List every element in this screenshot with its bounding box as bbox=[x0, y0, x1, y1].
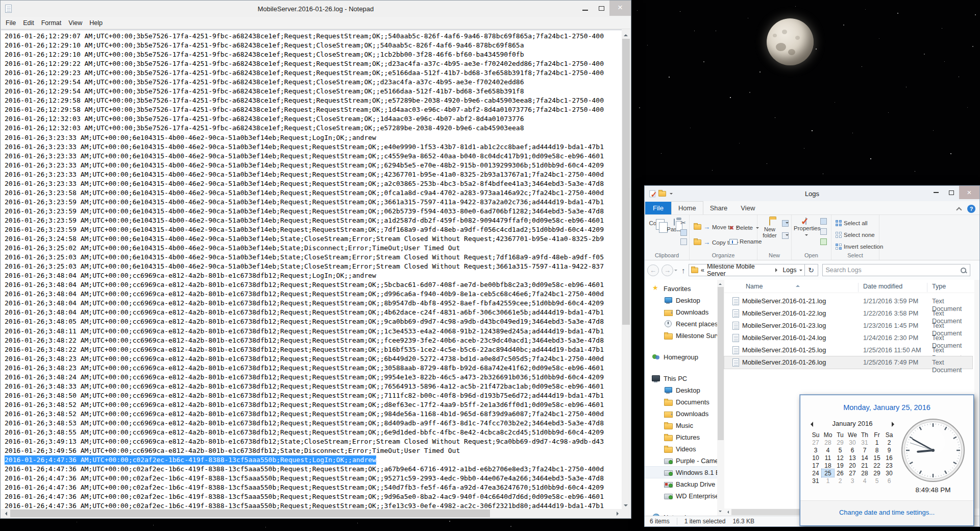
log-line[interactable]: 2016-01-26;3:24:58 AM;UTC+00:00;6e104315… bbox=[5, 235, 604, 243]
log-line[interactable]: 2016-01-26;3:23:58 AM;UTC+00:00;6e104315… bbox=[5, 189, 604, 197]
menu-help[interactable]: Help bbox=[86, 18, 106, 28]
close-button[interactable]: × bbox=[959, 186, 979, 199]
calendar-day[interactable]: 24 bbox=[810, 469, 822, 477]
log-line[interactable]: 2016-01-26;3:49:13 AM;UTC+00:00;cc6969ca… bbox=[5, 438, 604, 445]
log-line[interactable]: 2016-01-26;12:29:10 AM;UTC+00:00;3b5e752… bbox=[5, 41, 524, 49]
log-line[interactable]: 2016-01-26;3:23:33 AM;UTC+00:00;6e104315… bbox=[5, 152, 604, 160]
log-line[interactable]: 2016-01-26;3:48:04 AM;UTC+00:00;cc6969ca… bbox=[5, 299, 604, 307]
file-row[interactable]: MobileServer.2016-01-25.log 1/25/2016 11… bbox=[724, 344, 972, 356]
log-line[interactable]: 2016-01-26;3:23:33 AM;UTC+00:00;6e104315… bbox=[5, 134, 376, 141]
close-button[interactable]: × bbox=[609, 1, 631, 16]
up-button[interactable]: ↑ bbox=[681, 266, 685, 275]
log-line[interactable]: 2016-01-26;3:48:33 AM;UTC+00:00;cc6969ca… bbox=[5, 382, 604, 390]
log-line[interactable]: 2016-01-26;12:29:22 AM;UTC+00:00;3b5e752… bbox=[5, 60, 604, 67]
log-line[interactable]: 2016-01-26;3:48:04 AM;UTC+00:00;cc6969ca… bbox=[5, 272, 376, 279]
maximize-button[interactable] bbox=[944, 186, 959, 199]
select-all-button[interactable]: Select all bbox=[836, 220, 868, 226]
forward-button[interactable]: → bbox=[662, 264, 673, 276]
horizontal-scrollbar[interactable] bbox=[1, 509, 623, 518]
log-line[interactable]: 2016-01-26;3:48:22 AM;UTC+00:00;cc6969ca… bbox=[5, 336, 604, 344]
calendar-day[interactable]: 30 bbox=[883, 469, 895, 477]
sidebar-item-documents[interactable]: Documents bbox=[645, 396, 717, 407]
log-line[interactable]: 2016-01-26;3:23:33 AM;UTC+00:00;6e104315… bbox=[5, 171, 604, 178]
search-input[interactable]: Search Logs bbox=[822, 264, 970, 276]
log-line[interactable]: 2016-01-26;12:29:07 AM;UTC+00:00;3b5e752… bbox=[5, 32, 604, 40]
tab-share[interactable]: Share bbox=[703, 202, 734, 214]
calendar-day[interactable]: 26 bbox=[834, 469, 846, 477]
calendar-day[interactable]: 23 bbox=[883, 462, 895, 469]
file-row[interactable]: MobileServer.2016-01-21.log 1/21/2016 3:… bbox=[724, 295, 972, 307]
sidebar-item-desktop[interactable]: Desktop bbox=[645, 384, 717, 396]
open-icon[interactable] bbox=[820, 218, 827, 225]
file-row[interactable]: MobileServer.2016-01-22.log 1/22/2016 3:… bbox=[724, 307, 972, 320]
tab-file[interactable]: File bbox=[645, 202, 671, 214]
log-line[interactable]: 2016-01-26;12:29:10 AM;UTC+00:00;3b5e752… bbox=[5, 51, 524, 58]
calendar-day[interactable]: 11 bbox=[822, 454, 834, 462]
menu-format[interactable]: Format bbox=[38, 18, 65, 28]
invert-selection-button[interactable]: Invert selection bbox=[836, 244, 883, 250]
calendar-day[interactable]: 1 bbox=[822, 477, 834, 485]
sidebar-item-desktop[interactable]: Desktop bbox=[645, 295, 717, 306]
log-line[interactable]: 2016-01-26;12:32:03 AM;UTC+00:00;3b5e752… bbox=[5, 115, 524, 123]
scroll-up-arrow[interactable] bbox=[624, 32, 628, 36]
copy-path-icon[interactable] bbox=[680, 229, 687, 236]
log-line[interactable]: 2016-01-26;3:49:56 AM;UTC+00:00;cc6969ca… bbox=[5, 447, 460, 454]
log-line[interactable]: 2016-01-26;3:48:04 AM;UTC+00:00;cc6969ca… bbox=[5, 281, 604, 288]
vertical-scrollbar[interactable] bbox=[622, 30, 630, 510]
log-line[interactable]: 2016-01-26;3:48:55 AM;UTC+00:00;cc6969ca… bbox=[5, 428, 604, 436]
log-line[interactable]: 2016-01-26;3:25:03 AM;UTC+00:00;6e104315… bbox=[5, 262, 604, 270]
sidebar-item-wd-enterprise-[interactable]: WD Enterprise - ( bbox=[645, 490, 717, 501]
log-text-area[interactable]: 2016-01-26;12:29:07 AM;UTC+00:00;3b5e752… bbox=[1, 30, 623, 510]
calendar-day[interactable]: 3 bbox=[810, 446, 822, 454]
calendar-day[interactable]: 17 bbox=[810, 462, 822, 469]
breadcrumb[interactable]: « Milestone Mobile Server Logs bbox=[689, 264, 805, 276]
log-line[interactable]: 2016-01-26;3:23:33 AM;UTC+00:00;6e104315… bbox=[5, 161, 604, 169]
log-line[interactable]: 2016-01-26;12:29:58 AM;UTC+00:00;3b5e752… bbox=[5, 106, 604, 113]
sidebar-item-videos[interactable]: Videos bbox=[645, 443, 717, 454]
maximize-button[interactable] bbox=[593, 1, 609, 16]
calendar-day[interactable]: 12 bbox=[834, 454, 846, 462]
minimize-button[interactable] bbox=[577, 1, 593, 16]
tab-view[interactable]: View bbox=[734, 202, 762, 214]
calendar-day[interactable]: 1 bbox=[871, 439, 883, 446]
calendar-day[interactable]: 15 bbox=[871, 454, 883, 462]
calendar-day[interactable]: 21 bbox=[859, 462, 871, 469]
log-line[interactable]: 2016-01-26;3:25:03 AM;UTC+00:00;6e104315… bbox=[5, 253, 604, 261]
calendar-day[interactable]: 28 bbox=[822, 439, 834, 446]
edit-icon[interactable] bbox=[820, 228, 827, 235]
select-none-button[interactable]: Select none bbox=[836, 232, 875, 238]
previous-month-icon[interactable] bbox=[811, 422, 813, 427]
log-line[interactable]: 2016-01-26;3:23:59 AM;UTC+00:00;6e104315… bbox=[5, 198, 604, 206]
log-line[interactable]: 2016-01-26;12:29:54 AM;UTC+00:00;3b5e752… bbox=[5, 87, 524, 95]
file-row[interactable]: MobileServer.2016-01-23.log 1/23/2016 1:… bbox=[724, 320, 972, 332]
scroll-down-arrow[interactable] bbox=[624, 504, 628, 509]
sidebar-item-milestone-surveil[interactable]: Milestone Surveil bbox=[645, 330, 717, 341]
list-vertical-scrollbar[interactable] bbox=[974, 280, 979, 509]
history-icon[interactable] bbox=[820, 238, 827, 245]
next-month-icon[interactable] bbox=[892, 422, 894, 427]
file-row-selected[interactable]: MobileServer.2016-01-26.log 1/25/2016 7:… bbox=[724, 356, 972, 369]
sidebar-item-downloads[interactable]: Downloads bbox=[645, 306, 717, 318]
calendar-day[interactable]: 6 bbox=[846, 446, 859, 454]
cut-icon[interactable]: ✂ bbox=[680, 219, 686, 227]
scroll-right-arrow[interactable] bbox=[617, 512, 621, 516]
calendar-day[interactable]: 16 bbox=[883, 454, 895, 462]
log-line[interactable]: 2016-01-26;3:48:04 AM;UTC+00:00;cc6969ca… bbox=[5, 308, 604, 316]
log-line[interactable]: 2016-01-26;4:47:36 AM;UTC+00:00;c02af2ec… bbox=[5, 493, 604, 500]
vertical-scroll-thumb[interactable] bbox=[622, 39, 630, 325]
column-header-date-modified[interactable]: Date modified bbox=[863, 283, 902, 290]
sidebar-item-backup-drive-n[interactable]: Backup Drive - N bbox=[645, 478, 717, 490]
calendar-day[interactable]: 22 bbox=[871, 462, 883, 469]
breadcrumb-current[interactable]: Logs bbox=[782, 267, 796, 274]
calendar-day[interactable]: 9 bbox=[883, 446, 895, 454]
log-line[interactable]: 2016-01-26;3:48:05 AM;UTC+00:00;cc6969ca… bbox=[5, 318, 604, 325]
copy-button[interactable]: Copy bbox=[646, 219, 666, 226]
menu-file[interactable]: File bbox=[2, 18, 19, 28]
sidebar-item-pictures[interactable]: Pictures bbox=[645, 431, 717, 443]
calendar-day[interactable]: 8 bbox=[871, 446, 883, 454]
properties-button[interactable]: Properties bbox=[794, 218, 818, 237]
log-line[interactable]: 2016-01-26;12:29:23 AM;UTC+00:00;3b5e752… bbox=[5, 69, 604, 77]
log-line[interactable]: 2016-01-26;12:29:58 AM;UTC+00:00;3b5e752… bbox=[5, 96, 604, 104]
log-line[interactable]: 2016-01-26;3:23:33 AM;UTC+00:00;6e104315… bbox=[5, 143, 604, 151]
minimize-button[interactable] bbox=[928, 186, 944, 199]
